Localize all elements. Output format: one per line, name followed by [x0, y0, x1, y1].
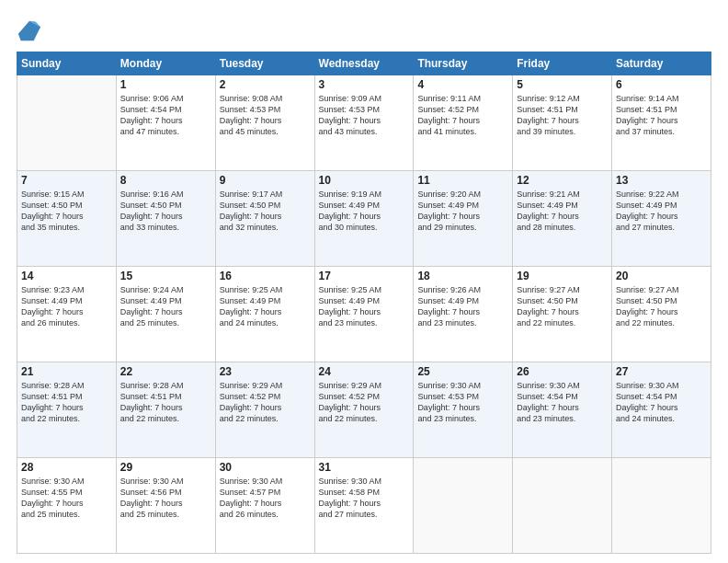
day-info: Sunrise: 9:30 AM Sunset: 4:58 PM Dayligh…	[319, 476, 410, 521]
calendar-cell: 4Sunrise: 9:11 AM Sunset: 4:52 PM Daylig…	[414, 75, 513, 171]
calendar-cell: 28Sunrise: 9:30 AM Sunset: 4:55 PM Dayli…	[17, 458, 117, 554]
calendar-header-row: SundayMondayTuesdayWednesdayThursdayFrid…	[17, 52, 711, 75]
day-info: Sunrise: 9:28 AM Sunset: 4:51 PM Dayligh…	[21, 380, 112, 425]
calendar-week-row: 1Sunrise: 9:06 AM Sunset: 4:54 PM Daylig…	[17, 75, 711, 171]
day-number: 28	[21, 461, 112, 474]
calendar-cell: 22Sunrise: 9:28 AM Sunset: 4:51 PM Dayli…	[116, 362, 215, 458]
day-info: Sunrise: 9:16 AM Sunset: 4:50 PM Dayligh…	[120, 189, 211, 234]
day-number: 13	[616, 174, 707, 187]
day-info: Sunrise: 9:20 AM Sunset: 4:49 PM Dayligh…	[417, 189, 508, 234]
calendar-cell: 9Sunrise: 9:17 AM Sunset: 4:50 PM Daylig…	[215, 171, 314, 267]
col-header-sunday: Sunday	[17, 52, 117, 75]
day-number: 7	[21, 174, 112, 187]
calendar-cell: 23Sunrise: 9:29 AM Sunset: 4:52 PM Dayli…	[215, 362, 314, 458]
day-info: Sunrise: 9:11 AM Sunset: 4:52 PM Dayligh…	[417, 93, 508, 138]
day-number: 12	[517, 174, 608, 187]
day-info: Sunrise: 9:22 AM Sunset: 4:49 PM Dayligh…	[616, 189, 707, 234]
day-number: 27	[616, 365, 707, 378]
day-info: Sunrise: 9:30 AM Sunset: 4:55 PM Dayligh…	[21, 476, 112, 521]
day-number: 4	[417, 78, 508, 91]
calendar-week-row: 28Sunrise: 9:30 AM Sunset: 4:55 PM Dayli…	[17, 458, 711, 554]
day-number: 21	[21, 365, 112, 378]
day-info: Sunrise: 9:30 AM Sunset: 4:53 PM Dayligh…	[417, 380, 508, 425]
calendar-week-row: 14Sunrise: 9:23 AM Sunset: 4:49 PM Dayli…	[17, 267, 711, 362]
day-info: Sunrise: 9:08 AM Sunset: 4:53 PM Dayligh…	[220, 93, 311, 138]
header	[17, 17, 711, 42]
calendar-cell	[612, 458, 711, 554]
day-number: 31	[319, 461, 410, 474]
col-header-monday: Monday	[116, 52, 215, 75]
calendar-cell: 30Sunrise: 9:30 AM Sunset: 4:57 PM Dayli…	[215, 458, 314, 554]
day-info: Sunrise: 9:29 AM Sunset: 4:52 PM Dayligh…	[319, 380, 410, 425]
day-number: 22	[120, 365, 211, 378]
calendar-cell: 21Sunrise: 9:28 AM Sunset: 4:51 PM Dayli…	[17, 362, 117, 458]
calendar-cell: 19Sunrise: 9:27 AM Sunset: 4:50 PM Dayli…	[513, 267, 612, 362]
day-info: Sunrise: 9:30 AM Sunset: 4:57 PM Dayligh…	[220, 476, 311, 521]
day-number: 1	[120, 78, 211, 91]
calendar-table: SundayMondayTuesdayWednesdayThursdayFrid…	[17, 52, 711, 554]
day-info: Sunrise: 9:28 AM Sunset: 4:51 PM Dayligh…	[120, 380, 211, 425]
day-info: Sunrise: 9:12 AM Sunset: 4:51 PM Dayligh…	[517, 93, 608, 138]
day-info: Sunrise: 9:30 AM Sunset: 4:54 PM Dayligh…	[517, 380, 608, 425]
day-number: 6	[616, 78, 707, 91]
calendar-cell: 27Sunrise: 9:30 AM Sunset: 4:54 PM Dayli…	[612, 362, 711, 458]
day-number: 10	[319, 174, 410, 187]
day-info: Sunrise: 9:09 AM Sunset: 4:53 PM Dayligh…	[319, 93, 410, 138]
day-number: 20	[616, 270, 707, 282]
calendar-cell: 11Sunrise: 9:20 AM Sunset: 4:49 PM Dayli…	[414, 171, 513, 267]
calendar-cell: 29Sunrise: 9:30 AM Sunset: 4:56 PM Dayli…	[116, 458, 215, 554]
calendar-week-row: 7Sunrise: 9:15 AM Sunset: 4:50 PM Daylig…	[17, 171, 711, 267]
calendar-cell: 12Sunrise: 9:21 AM Sunset: 4:49 PM Dayli…	[513, 171, 612, 267]
calendar-cell: 6Sunrise: 9:14 AM Sunset: 4:51 PM Daylig…	[612, 75, 711, 171]
day-number: 3	[319, 78, 410, 91]
calendar-cell: 25Sunrise: 9:30 AM Sunset: 4:53 PM Dayli…	[414, 362, 513, 458]
day-number: 26	[517, 365, 608, 378]
day-info: Sunrise: 9:25 AM Sunset: 4:49 PM Dayligh…	[220, 284, 311, 329]
col-header-wednesday: Wednesday	[314, 52, 414, 75]
col-header-thursday: Thursday	[414, 52, 513, 75]
calendar-cell: 2Sunrise: 9:08 AM Sunset: 4:53 PM Daylig…	[215, 75, 314, 171]
day-info: Sunrise: 9:15 AM Sunset: 4:50 PM Dayligh…	[21, 189, 112, 234]
logo-icon	[17, 17, 42, 42]
calendar-cell	[513, 458, 612, 554]
calendar-cell: 16Sunrise: 9:25 AM Sunset: 4:49 PM Dayli…	[215, 267, 314, 362]
col-header-tuesday: Tuesday	[215, 52, 314, 75]
day-number: 25	[417, 365, 508, 378]
day-info: Sunrise: 9:14 AM Sunset: 4:51 PM Dayligh…	[616, 93, 707, 138]
day-info: Sunrise: 9:21 AM Sunset: 4:49 PM Dayligh…	[517, 189, 608, 234]
calendar-cell: 8Sunrise: 9:16 AM Sunset: 4:50 PM Daylig…	[116, 171, 215, 267]
logo	[17, 17, 44, 42]
calendar-cell: 14Sunrise: 9:23 AM Sunset: 4:49 PM Dayli…	[17, 267, 117, 362]
day-number: 15	[120, 270, 211, 282]
day-number: 19	[517, 270, 608, 282]
calendar-cell: 18Sunrise: 9:26 AM Sunset: 4:49 PM Dayli…	[414, 267, 513, 362]
calendar-cell: 26Sunrise: 9:30 AM Sunset: 4:54 PM Dayli…	[513, 362, 612, 458]
day-number: 29	[120, 461, 211, 474]
col-header-friday: Friday	[513, 52, 612, 75]
day-number: 14	[21, 270, 112, 282]
calendar-cell: 15Sunrise: 9:24 AM Sunset: 4:49 PM Dayli…	[116, 267, 215, 362]
day-info: Sunrise: 9:30 AM Sunset: 4:54 PM Dayligh…	[616, 380, 707, 425]
day-number: 9	[220, 174, 311, 187]
day-number: 16	[220, 270, 311, 282]
calendar-cell	[414, 458, 513, 554]
calendar-cell: 10Sunrise: 9:19 AM Sunset: 4:49 PM Dayli…	[314, 171, 414, 267]
day-number: 17	[319, 270, 410, 282]
calendar-cell: 13Sunrise: 9:22 AM Sunset: 4:49 PM Dayli…	[612, 171, 711, 267]
calendar-cell	[17, 75, 117, 171]
day-number: 30	[220, 461, 311, 474]
day-info: Sunrise: 9:06 AM Sunset: 4:54 PM Dayligh…	[120, 93, 211, 138]
calendar-week-row: 21Sunrise: 9:28 AM Sunset: 4:51 PM Dayli…	[17, 362, 711, 458]
day-number: 2	[220, 78, 311, 91]
day-info: Sunrise: 9:27 AM Sunset: 4:50 PM Dayligh…	[616, 284, 707, 329]
day-number: 8	[120, 174, 211, 187]
calendar-cell: 31Sunrise: 9:30 AM Sunset: 4:58 PM Dayli…	[314, 458, 414, 554]
day-info: Sunrise: 9:29 AM Sunset: 4:52 PM Dayligh…	[220, 380, 311, 425]
day-info: Sunrise: 9:27 AM Sunset: 4:50 PM Dayligh…	[517, 284, 608, 329]
calendar-cell: 20Sunrise: 9:27 AM Sunset: 4:50 PM Dayli…	[612, 267, 711, 362]
day-number: 24	[319, 365, 410, 378]
day-info: Sunrise: 9:23 AM Sunset: 4:49 PM Dayligh…	[21, 284, 112, 329]
day-number: 11	[417, 174, 508, 187]
day-info: Sunrise: 9:25 AM Sunset: 4:49 PM Dayligh…	[319, 284, 410, 329]
day-info: Sunrise: 9:19 AM Sunset: 4:49 PM Dayligh…	[319, 189, 410, 234]
